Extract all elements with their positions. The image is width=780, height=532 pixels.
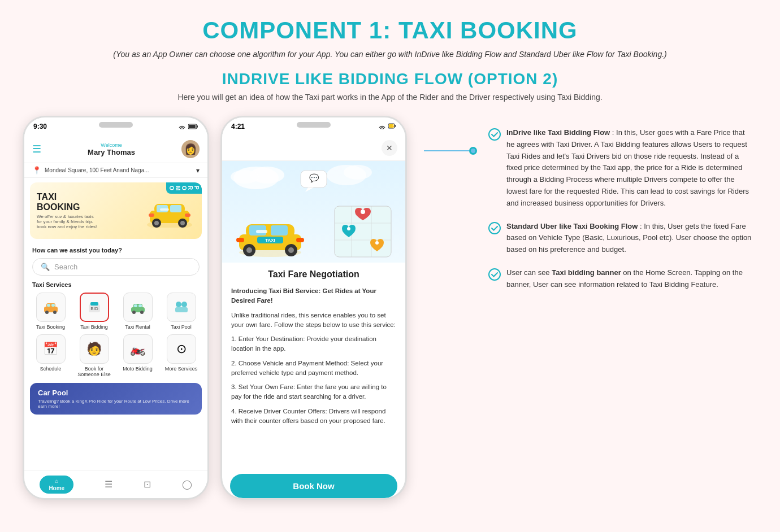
svg-rect-27 (134, 304, 137, 307)
svg-text:TAXI: TAXI (265, 238, 275, 243)
welcome-text: Welcome (88, 142, 135, 148)
wifi2-icon (378, 124, 386, 129)
more-services-icon-box: ⊙ (167, 334, 196, 364)
bullet2-strong: Standard Uber like Taxi Booking Flow (506, 222, 638, 230)
svg-rect-28 (138, 304, 142, 307)
dropdown-icon: ▾ (196, 167, 200, 175)
bottom-nav: ⌂ Home ☰ ⊡ ◯ (24, 470, 207, 498)
moto-bidding-label: Moto Bidding (123, 366, 153, 372)
modal-illustration: TAXI (222, 161, 405, 263)
phone1-user: Welcome Mary Thomas (88, 142, 135, 156)
connector (424, 147, 477, 155)
svg-point-70 (489, 223, 500, 234)
svg-point-52 (288, 247, 294, 253)
banner-desc: We offer suv & luxuries taxis for your f… (37, 214, 99, 229)
home-label: Home (49, 485, 64, 491)
svg-point-71 (489, 269, 500, 280)
user-name: Mary Thomas (88, 148, 135, 156)
carpool-desc: Traveling? Book a KingX Pro Ride for you… (38, 399, 194, 409)
step3: 3. Set Your Own Fare: Enter the fare you… (231, 382, 396, 402)
svg-point-0 (181, 129, 183, 129)
service-taxi-bidding[interactable]: BID Taxi Bidding (73, 293, 115, 330)
taxi-bidding-icon: BID (86, 299, 103, 316)
close-button[interactable]: ✕ (382, 140, 397, 156)
nav-orders[interactable]: ☰ (105, 479, 112, 490)
services-row2: 📅 Schedule 🧑 Book forSomeone Else (24, 332, 207, 380)
taxi-pool-label: Taxi Pool (171, 324, 192, 330)
bullet1-text: InDrive like Taxi Bidding Flow : In this… (506, 127, 752, 210)
moto-bidding-icon: 🏍️ (130, 342, 145, 356)
taxi-rental-label: Taxi Rental (125, 324, 150, 330)
phone1-header: ☰ Welcome Mary Thomas 👩 (24, 136, 207, 163)
step1: 1. Enter Your Destination: Provide your … (231, 334, 396, 354)
book-someone-label: Book forSomeone Else (77, 366, 111, 377)
svg-marker-67 (305, 187, 314, 192)
service-more[interactable]: ⊙ More Services (161, 334, 202, 377)
svg-rect-19 (51, 304, 55, 307)
step4: 4. Receive Driver Counter Offers: Driver… (231, 407, 396, 426)
book-someone-icon: 🧑 (86, 342, 102, 356)
hamburger-icon[interactable]: ☰ (32, 143, 41, 155)
taxi-banner: TAXIBOOKING We offer suv & luxuries taxi… (30, 182, 202, 239)
svg-point-65 (375, 241, 379, 245)
more-services-icon: ⊙ (176, 342, 187, 356)
service-moto-bidding[interactable]: 🏍️ Moto Bidding (117, 334, 158, 377)
taxi-pool-icon (173, 299, 190, 316)
phone1-content: ☰ Welcome Mary Thomas 👩 📍 Mondeal Square… (24, 136, 207, 498)
service-taxi-booking[interactable]: Taxi Booking (30, 293, 71, 330)
service-taxi-pool[interactable]: Taxi Pool (161, 293, 202, 330)
promo-badge: PROMO (166, 182, 202, 194)
bullet2-text: Standard Uber like Taxi Booking Flow : I… (506, 221, 752, 256)
home-icon: ⌂ (55, 478, 58, 484)
service-book-someone[interactable]: 🧑 Book forSomeone Else (73, 334, 115, 377)
taxi-booking-icon (42, 299, 59, 316)
check-circle-icon-2 (488, 222, 501, 234)
bullet1-icon (488, 128, 501, 143)
svg-rect-54 (296, 238, 304, 242)
nav-wallet[interactable]: ⊡ (144, 479, 151, 490)
book-someone-icon-box: 🧑 (80, 334, 109, 364)
check-circle-icon-1 (488, 128, 501, 141)
info-bullets: InDrive like Taxi Bidding Flow : In this… (477, 116, 757, 308)
svg-rect-13 (149, 213, 154, 217)
bullet2-icon (488, 222, 501, 237)
svg-point-43 (344, 165, 372, 180)
phone2-content: ✕ (222, 136, 405, 498)
battery-icon (188, 124, 198, 129)
location-text: Mondeal Square, 100 Feet Anand Naga... (45, 167, 149, 173)
phone2-header: ✕ (222, 136, 405, 161)
carpool-banner: Car Pool Traveling? Book a KingX Pro Rid… (30, 383, 202, 415)
phone1: 9:30 ☰ Welcome Mary Thomas (23, 116, 209, 500)
svg-point-32 (181, 302, 187, 307)
svg-point-41 (231, 170, 259, 184)
moto-bidding-icon-box: 🏍️ (123, 334, 153, 364)
taxi-booking-label: Taxi Booking (36, 324, 65, 330)
charging-icon: ⚡ (388, 123, 396, 130)
orders-icon: ☰ (105, 479, 112, 490)
search-bar[interactable]: 🔍 Search (32, 258, 200, 276)
svg-rect-14 (185, 213, 190, 217)
profile-icon: ◯ (182, 479, 192, 490)
search-placeholder: Search (54, 263, 77, 271)
svg-rect-55 (256, 230, 267, 233)
nav-profile[interactable]: ◯ (182, 479, 192, 490)
section-desc: Here you will get an idea of how the Tax… (23, 93, 757, 102)
service-schedule[interactable]: 📅 Schedule (30, 334, 71, 377)
check-circle-icon-3 (488, 268, 501, 281)
service-taxi-rental[interactable]: Taxi Rental (117, 293, 158, 330)
svg-text:💬: 💬 (309, 173, 319, 183)
avatar: 👩 (181, 140, 200, 158)
svg-point-69 (489, 129, 500, 140)
services-title: Taxi Services (24, 278, 207, 290)
svg-rect-48 (271, 225, 288, 236)
schedule-icon-box: 📅 (36, 334, 66, 364)
location-bar[interactable]: 📍 Mondeal Square, 100 Feet Anand Naga...… (24, 163, 207, 178)
modal-map-icon (332, 203, 394, 260)
section-title: INDRIVE LIKE BIDDING FLOW (OPTION 2) (23, 70, 757, 88)
modal-body: Introducing Taxi Bid Service: Get Rides … (222, 283, 405, 469)
svg-point-30 (140, 311, 144, 314)
nav-home[interactable]: ⌂ Home (40, 476, 73, 494)
book-now-button[interactable]: Book Now (230, 474, 397, 498)
phone2-notch: 4:21 ⚡ (222, 117, 405, 136)
svg-rect-18 (47, 304, 50, 307)
